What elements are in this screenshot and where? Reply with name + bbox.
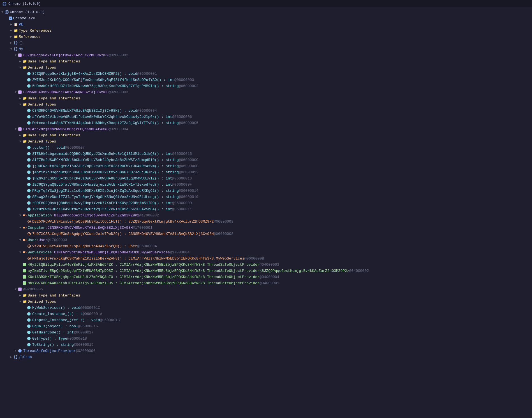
tree-row[interactable]: Equals(object) : bool @06000016 xyxy=(0,323,532,329)
tree-row[interactable]: GetType() : Type @06000018 xyxy=(0,335,532,342)
tree-row[interactable]: AIZZBo2USWBCXMfOWt6bCUaYe5tuVSchf4DybeAk… xyxy=(0,157,532,163)
tree-row[interactable]: .cctor() : void @06000007 xyxy=(0,144,532,151)
expand-arrow[interactable] xyxy=(18,60,22,63)
tree-row[interactable]: 3WIM3cuJKrKCQzCOOdYSaFjZeeXoeoSdKyRqE43t… xyxy=(0,77,532,83)
tree-row[interactable]: ToString() : string @06000019 xyxy=(0,342,532,348)
node-label: aFYeVW92V1btwpVdRduHlfoicAGK0WkoYCXJqK4n… xyxy=(32,115,172,119)
node-label: .cctor() : void xyxy=(32,146,65,150)
expand-arrow[interactable] xyxy=(18,251,22,254)
expand-arrow[interactable] xyxy=(9,29,13,32)
tree-row[interactable]: 5UDcAWOrHffEU3Z1INJVKNswbh75gj83PwjKxqFw… xyxy=(0,83,532,89)
expand-arrow[interactable] xyxy=(9,35,13,38)
expand-arrow[interactable] xyxy=(18,300,22,303)
tree-row[interactable]: User : User @17000003 xyxy=(0,237,532,243)
expand-arrow[interactable] xyxy=(18,103,22,106)
tree-row[interactable]: 📁Base Type and Interfaces xyxy=(0,292,532,298)
expand-arrow[interactable] xyxy=(13,128,18,131)
expand-arrow[interactable] xyxy=(9,23,13,26)
tree-row[interactable]: MyWebServices() : void @0600001C xyxy=(0,305,532,311)
tree-row[interactable]: @02000005 xyxy=(0,286,532,292)
tree-row[interactable]: 8JZQ9PqqoGextKLmjgtBv4kKAcZurZ2hO3MZ9P2(… xyxy=(0,71,532,77)
tree-row[interactable]: {}My xyxy=(0,46,532,52)
expand-arrow[interactable] xyxy=(9,48,13,51)
tree-row[interactable]: C3NSRKO4OV5VH8NwbXTA8icBAQNSB2iXj3Cv98H … xyxy=(0,89,532,95)
expand-arrow[interactable] xyxy=(18,97,22,100)
tree-row[interactable]: ayINm3F1vnEBpQs9SmUgUpfIXiWEUAGBHIpDOSZ … xyxy=(0,268,532,274)
title-text: Chrome (1.0.0.0) xyxy=(8,2,41,6)
tree-row[interactable]: 📁Derived Types xyxy=(0,101,532,108)
node-label: Dispose_Instance_(ref t) : void xyxy=(32,318,100,322)
expand-arrow[interactable] xyxy=(18,294,22,297)
tree-row[interactable]: EChrome.exe xyxy=(0,15,532,21)
tree-row[interactable]: {}{} xyxy=(0,40,532,46)
expand-arrow[interactable] xyxy=(9,41,13,45)
expand-arrow[interactable] xyxy=(9,355,13,359)
expand-arrow[interactable] xyxy=(18,214,22,217)
tree-row[interactable]: jHZGVlhLShSHSFxOubTxPe8zOW6L8ry0WUHF80rD… xyxy=(0,175,532,181)
expand-arrow[interactable] xyxy=(18,140,22,143)
tree-row[interactable]: PRqrTq4Y3w8jpgIMiLsls0ph9SKXz8EX5sOcuj6k… xyxy=(0,188,532,194)
tree-row[interactable]: DB25XRqWVlhSNissLeTjaQb89hbSNqitOQc1FLT(… xyxy=(0,218,532,225)
tree-row[interactable]: WebServices : ClMIArrVdzjKNbzNwM5Eb8bjzE… xyxy=(0,249,532,255)
expand-arrow[interactable] xyxy=(18,239,22,242)
tree-row[interactable]: Application : 8JZQ9PqqoGextKLmjgtBv4kKAc… xyxy=(0,212,532,218)
tree-row[interactable]: j4pf5b7d33qodBtQ6n38vEZDkUDlw0R0JxltMVoC… xyxy=(0,169,532,175)
svg-line-20 xyxy=(26,251,26,252)
tree-row[interactable]: {}{} Stub xyxy=(0,354,532,360)
expand-arrow[interactable] xyxy=(13,288,18,291)
tree-row[interactable]: 📁Derived Types xyxy=(0,138,532,144)
expand-arrow[interactable] xyxy=(13,91,18,94)
expand-arrow[interactable] xyxy=(13,54,18,57)
expand-arrow[interactable] xyxy=(18,226,22,229)
tree-row[interactable]: 📁Base Type and Interfaces xyxy=(0,95,532,101)
tree-row[interactable]: 📁Derived Types xyxy=(0,298,532,305)
node-label: Base Type and Interfaces xyxy=(28,133,80,137)
tree-row[interactable]: Dispose_Instance_(ref t) : void @0600001… xyxy=(0,317,532,323)
tree-row[interactable]: 📁References xyxy=(0,34,532,40)
tree-row[interactable]: Computer : C3NSRKO4OV5VH8NwbXTA8icBAQNSB… xyxy=(0,225,532,231)
tree-row[interactable]: 📁Type References xyxy=(0,27,532,34)
tree-row[interactable]: 46y2JtQBi2qzPyluuV4eYBePivj4zPXSAEd5FZK … xyxy=(0,261,532,268)
tree-row[interactable]: mN1Yw7X8UMA4nJoibhl0teFJXTgSlwCR9DzlLUS … xyxy=(0,280,532,286)
node-label: Chrome.exe xyxy=(13,16,35,20)
node-label: 5UDcAWOrHffEU3Z1INJVKNswbh75gj83PwjKxqFw… xyxy=(32,84,179,88)
tree-row[interactable]: IEC6QSYgwQ8pL5TatVM85m6Ub4wzBqjepzdAtErx… xyxy=(0,181,532,188)
tree-row[interactable]: Chrome (1.0.0.0) xyxy=(0,9,532,15)
tree-row[interactable]: KUo1ABBXMKTIOBKjqBpzb7AUH8UL27mRYNQApZ0 … xyxy=(0,274,532,280)
expand-arrow[interactable] xyxy=(13,349,18,352)
node-label: {} xyxy=(19,355,23,359)
node-label: KUo1ABBXMKTIOBKjqBpzb7AUH8UL27mRYNQApZ0 … xyxy=(28,275,260,279)
tree-row[interactable]: jj9UENdut82NJgemZT50ZJue7dp0keOYCb9YU2oi… xyxy=(0,163,532,169)
expand-arrow[interactable] xyxy=(0,11,4,14)
tree-row[interactable]: BwtxcazlxWHSp67FYNNt4Jg4OublHARhKyXRAdpt… xyxy=(0,120,532,126)
tree-row[interactable]: 8TEkHk6abgxdmu1ds9QDHCcQUBOydJ3cXmu5nHcB… xyxy=(0,151,532,157)
svg-rect-9 xyxy=(23,227,25,228)
tree-row[interactable]: PMtujqI3FrwxLkqKOSRYaHnZ1KlszL5Be7wZAH8(… xyxy=(0,255,532,261)
tree-row[interactable]: 📋PE xyxy=(0,21,532,27)
tree-row[interactable]: 7b07XCSB1CegUE3nSsAgdpgYKCwsbJoiw7PoD29(… xyxy=(0,231,532,237)
node-label: jHZGVlhLShSHSFxOubTxPe8zOW6L8ry0WUHF80rD… xyxy=(32,176,172,181)
svg-point-23 xyxy=(29,258,30,259)
node-label: Type References xyxy=(19,29,52,33)
tree-row[interactable]: 📁Derived Types xyxy=(0,64,532,71)
tree-row[interactable]: 8JZQ9PqqoGextKLmjgtBv4kKAcZurZ2hO3MZ9P2 … xyxy=(0,52,532,58)
tree-row[interactable]: t0DF802Q8skjQ8bBeHLRwyyZHnplYveU77XbFbTa… xyxy=(0,200,532,206)
title-bar: Chrome (1.0.0.0) xyxy=(0,0,532,8)
tree-row[interactable]: ClMIArrVdzjKNbzNwM5Eb8bjzEPQKKo8H4fW3k8 … xyxy=(0,126,532,132)
tree-row[interactable]: aFYeVW92V1btwpVdRduHlfoicAGK0WkoYCXJqK4n… xyxy=(0,114,532,120)
expand-arrow[interactable] xyxy=(18,66,22,69)
tree-row[interactable]: XPruzDwNFJDqXKX4VOfdWfkCHZPbfVqT5sLZeRlM… xyxy=(0,206,532,212)
node-label: Computer xyxy=(28,226,45,230)
tree-row[interactable]: C3NSRKO4OV5VH8NwbXTA8icBAQNSB2iXj3Cv98H(… xyxy=(0,108,532,114)
node-label: 7b07XCSB1CegUE3nSsAgdpgYKCwsbJoiw7PoD29(… xyxy=(32,232,214,236)
tree-row[interactable]: GetHashCode() : int @06000017 xyxy=(0,329,532,335)
tree-row[interactable]: Create_Instance_(t) : t @0600001A xyxy=(0,311,532,317)
expand-arrow[interactable] xyxy=(18,134,22,137)
tree-row[interactable]: 📁Base Type and Interfaces xyxy=(0,58,532,64)
tree-row[interactable]: 📁Base Type and Interfaces xyxy=(0,132,532,138)
tree-row[interactable]: SEsWgX5kvDWhlZZ3IaFyuTnRpvjVkMgGLKSNcQGt… xyxy=(0,194,532,200)
tree-row[interactable]: ThreadSafeObjectProvider @02000006 xyxy=(0,348,532,354)
tree-row[interactable]: vfvulvCCKt9AmYxnOXlspJLqMoLzoAO4kdl5PQM(… xyxy=(0,243,532,249)
node-label: {} xyxy=(19,41,23,45)
node-label: Derived Types xyxy=(28,139,56,144)
